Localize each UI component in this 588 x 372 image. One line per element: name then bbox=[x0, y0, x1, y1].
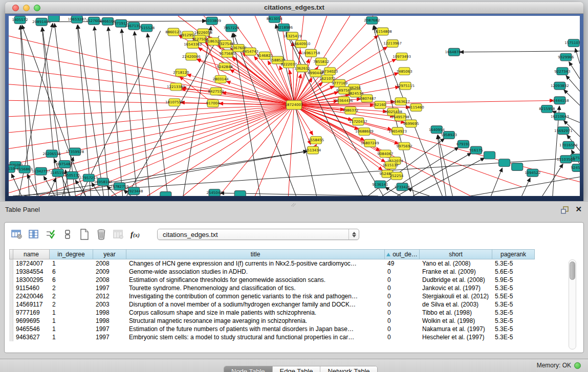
graph-node[interactable] bbox=[48, 16, 59, 21]
cell-in-degree[interactable]: 2 bbox=[50, 300, 93, 309]
table-row[interactable]: 1456911722003Disruption of a novel membe… bbox=[9, 300, 576, 309]
column-header-pagerank[interactable]: pagerank bbox=[492, 249, 535, 259]
graph-node[interactable] bbox=[484, 151, 495, 159]
rows-icon[interactable] bbox=[60, 227, 75, 242]
cell-out-degree[interactable]: 49 bbox=[385, 259, 420, 268]
cell-out-degree[interactable]: 0 bbox=[385, 333, 420, 341]
window-titlebar[interactable]: citations_edges.txt bbox=[5, 2, 583, 14]
cell-year[interactable]: 2012 bbox=[93, 292, 126, 300]
cell-year[interactable]: 2003 bbox=[93, 300, 126, 309]
cell-pagerank[interactable]: 5.3E-5 bbox=[492, 333, 535, 341]
table-scrollbar[interactable] bbox=[569, 259, 576, 349]
graph-node[interactable] bbox=[512, 163, 523, 171]
cell-short[interactable]: Dudbridge et al. (2008) bbox=[420, 276, 492, 284]
cell-name[interactable]: 18300295 bbox=[13, 276, 50, 284]
table-row[interactable]: 2242004622012Investigating the contribut… bbox=[9, 292, 576, 300]
cell-short[interactable]: Jankovic et al. (1997) bbox=[420, 284, 492, 292]
show-columns-icon[interactable] bbox=[27, 227, 41, 242]
cell-title[interactable]: Estimation of significance thresholds fo… bbox=[126, 276, 385, 284]
network-table-select[interactable]: citations_edges.txt bbox=[157, 229, 359, 240]
cell-out-degree[interactable]: 0 bbox=[385, 268, 420, 276]
table-scrollbar-thumb[interactable] bbox=[570, 261, 575, 280]
cell-out-degree[interactable]: 0 bbox=[385, 276, 420, 284]
cell-in-degree[interactable]: 1 bbox=[50, 309, 93, 317]
table-row[interactable]: 969969511998Structural magnetic resonanc… bbox=[9, 317, 576, 325]
cell-title[interactable]: Corpus callosum shape and size in male p… bbox=[126, 309, 385, 317]
cell-title[interactable]: Structural magnetic resonance image aver… bbox=[126, 317, 385, 325]
cell-name[interactable]: 14569117 bbox=[13, 300, 50, 309]
table-row[interactable]: 1830029562008Estimation of significance … bbox=[9, 276, 576, 284]
column-header-year[interactable]: year bbox=[93, 249, 126, 259]
network-canvas[interactable]: 8860123891295418226058912750316543362818… bbox=[9, 16, 580, 196]
cell-in-degree[interactable]: 6 bbox=[50, 276, 93, 284]
cell-name[interactable]: 9777169 bbox=[13, 309, 50, 317]
graph-node[interactable] bbox=[499, 159, 510, 167]
table-row[interactable]: 1938455462009Genome-wide association stu… bbox=[9, 268, 576, 276]
cell-title[interactable]: Investigating the contribution of common… bbox=[126, 292, 385, 300]
cell-short[interactable]: de Silva et al. (2003) bbox=[420, 300, 492, 309]
select-all-icon[interactable] bbox=[43, 227, 58, 242]
cell-title[interactable]: Genome-wide association studies in ADHD. bbox=[126, 268, 385, 276]
delete-table-icon[interactable] bbox=[94, 227, 108, 242]
cell-name[interactable]: 9699695 bbox=[13, 317, 50, 325]
float-window-icon[interactable] bbox=[560, 206, 570, 214]
cell-pagerank[interactable]: 5.3E-5 bbox=[492, 325, 535, 333]
cell-year[interactable]: 2008 bbox=[93, 259, 126, 268]
cell-short[interactable]: Wolkin et al. (1998) bbox=[420, 317, 492, 325]
cell-year[interactable]: 2008 bbox=[93, 276, 126, 284]
cell-pagerank[interactable]: 5.6E-5 bbox=[492, 268, 535, 276]
cell-pagerank[interactable]: 5.3E-5 bbox=[492, 317, 535, 325]
cell-short[interactable]: Hescheler et al. (1997) bbox=[420, 333, 492, 341]
column-header-in-degree[interactable]: in_degree bbox=[50, 249, 93, 259]
table-row[interactable]: 1872400712008Changes of HCN gene express… bbox=[9, 259, 576, 268]
cell-year[interactable]: 1998 bbox=[93, 309, 126, 317]
table-row[interactable]: 977716911998Corpus callosum shape and si… bbox=[9, 309, 576, 317]
cell-out-degree[interactable]: 0 bbox=[385, 325, 420, 333]
column-header-out-degree[interactable]: out_de… bbox=[385, 249, 420, 259]
cell-in-degree[interactable]: 1 bbox=[50, 325, 93, 333]
cell-short[interactable]: Franke et al. (2009) bbox=[420, 268, 492, 276]
cell-year[interactable]: 1997 bbox=[93, 284, 126, 292]
column-header-short[interactable]: short bbox=[420, 249, 492, 259]
cell-short[interactable]: Stergiakouli et al. (2012) bbox=[420, 292, 492, 300]
cell-short[interactable]: Yano et al. (2008) bbox=[420, 259, 492, 268]
table-row[interactable]: 946362711997Embryonic stem cells: a mode… bbox=[9, 333, 576, 341]
table-settings-icon[interactable] bbox=[10, 227, 24, 242]
cell-title[interactable]: Changes of HCN gene expression and I(f) … bbox=[126, 259, 385, 268]
import-table-icon[interactable] bbox=[111, 227, 125, 242]
cell-pagerank[interactable]: 5.9E-5 bbox=[492, 276, 535, 284]
table-row[interactable]: 946554611997Estimation of the future num… bbox=[9, 325, 576, 333]
cell-year[interactable]: 1998 bbox=[93, 317, 126, 325]
cell-in-degree[interactable]: 1 bbox=[50, 259, 93, 268]
cell-out-degree[interactable]: 0 bbox=[385, 300, 420, 309]
resize-grip-icon[interactable] bbox=[291, 203, 296, 207]
function-builder-icon[interactable]: f(x) bbox=[128, 227, 142, 242]
cell-pagerank[interactable]: 5.3E-5 bbox=[492, 259, 535, 268]
cell-name[interactable]: 9115460 bbox=[13, 284, 50, 292]
cell-out-degree[interactable]: 0 bbox=[385, 309, 420, 317]
cell-title[interactable]: Disruption of a novel member of a sodium… bbox=[126, 300, 385, 309]
cell-title[interactable]: Embryonic stem cells: a model to study s… bbox=[126, 333, 385, 341]
cell-title[interactable]: Estimation of the future numbers of pati… bbox=[126, 325, 385, 333]
cell-year[interactable]: 1997 bbox=[93, 325, 126, 333]
graph-node[interactable] bbox=[160, 192, 171, 196]
cell-pagerank[interactable]: 5.3E-5 bbox=[492, 300, 535, 309]
cell-in-degree[interactable]: 2 bbox=[50, 292, 93, 300]
cell-pagerank[interactable]: 5.5E-5 bbox=[492, 292, 535, 300]
tab-node-table[interactable]: Node Table bbox=[224, 366, 273, 372]
cell-short[interactable]: Nakamura et al. (1997) bbox=[420, 325, 492, 333]
cell-name[interactable]: 19384554 bbox=[13, 268, 50, 276]
cell-name[interactable]: 22420046 bbox=[13, 292, 50, 300]
column-header-name[interactable]: name bbox=[13, 249, 50, 259]
cell-in-degree[interactable]: 2 bbox=[50, 284, 93, 292]
cell-in-degree[interactable]: 1 bbox=[50, 333, 93, 341]
graph-node[interactable] bbox=[234, 191, 246, 196]
column-header-title[interactable]: title bbox=[126, 249, 385, 259]
cell-pagerank[interactable]: 5.3E-5 bbox=[492, 284, 535, 292]
cell-title[interactable]: Tourette syndrome. Phenomenology and cla… bbox=[126, 284, 385, 292]
cell-in-degree[interactable]: 1 bbox=[50, 317, 93, 325]
cell-in-degree[interactable]: 6 bbox=[50, 268, 93, 276]
memory-indicator[interactable]: Memory: OK bbox=[537, 362, 581, 369]
tab-network-table[interactable]: Network Table bbox=[320, 366, 377, 372]
new-table-icon[interactable] bbox=[77, 227, 92, 242]
